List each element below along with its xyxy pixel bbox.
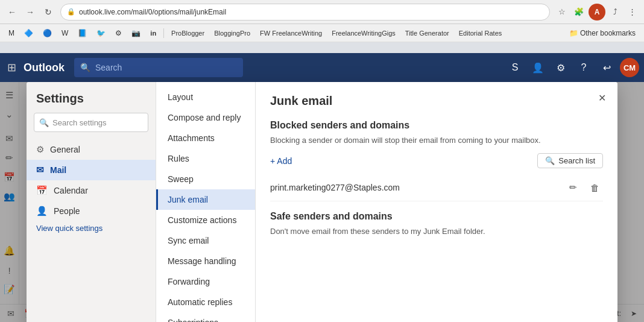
search-settings-input[interactable] bbox=[52, 118, 143, 127]
search-settings-box[interactable]: 🔍 bbox=[34, 113, 148, 132]
linkedin-icon: in bbox=[150, 30, 156, 37]
help-icon[interactable]: ? bbox=[574, 58, 593, 77]
share-icon[interactable]: ⤴ bbox=[608, 5, 622, 19]
settings-left-panel: Settings 🔍 ⚙ General ✉ Mail 📅 Calendar bbox=[27, 82, 156, 322]
instagram-icon: 📷 bbox=[131, 29, 140, 37]
more-options-icon[interactable]: ⋮ bbox=[625, 5, 639, 19]
middle-item-sweep[interactable]: Sweep bbox=[156, 169, 255, 189]
middle-item-sync[interactable]: Sync email bbox=[156, 230, 255, 251]
settings-nav-general[interactable]: ⚙ General bbox=[27, 139, 156, 160]
bookmark-facebook[interactable]: 📘 bbox=[74, 28, 90, 39]
bookmark-titlegenerator[interactable]: Title Generator bbox=[402, 28, 453, 38]
folder-icon: 📁 bbox=[569, 29, 578, 37]
blocked-email-row: print.marketing0277@Staples.com ✏ 🗑 bbox=[270, 174, 603, 201]
bookmark-problogger[interactable]: ProBlogger bbox=[168, 28, 208, 38]
freelancewritinggigs-label: FreelanceWritingGigs bbox=[332, 30, 396, 37]
app-body: ☰ ⌄ ✉ ✏ 📅 👥 🔔 ! 📝 ➤ ✕ Settings 🔍 bbox=[0, 82, 644, 322]
blocked-section-title: Blocked senders and domains bbox=[270, 120, 603, 131]
apps-grid-icon[interactable]: ⊞ bbox=[5, 58, 19, 77]
view-quick-settings-link[interactable]: View quick settings bbox=[27, 221, 156, 235]
browser-action-buttons: ☆ 🧩 A ⤴ ⋮ bbox=[555, 4, 639, 21]
middle-item-attachments[interactable]: Attachments bbox=[156, 128, 255, 148]
bookmark-twitter[interactable]: 🐦 bbox=[93, 28, 109, 39]
settings-middle-panel: Layout Compose and reply Attachments Rul… bbox=[156, 82, 256, 322]
middle-item-autoreplies-label: Automatic replies bbox=[168, 297, 232, 307]
search-list-icon: 🔍 bbox=[545, 156, 555, 165]
wordpress-icon: ⚙ bbox=[115, 29, 122, 37]
middle-item-handling[interactable]: Message handling bbox=[156, 251, 255, 271]
twitter-icon: 🐦 bbox=[96, 29, 106, 37]
bookmarks-bar: M 🔷 🔵 W 📘 🐦 ⚙ 📷 in ProBlogger bbox=[0, 24, 644, 42]
middle-item-autoreplies[interactable]: Automatic replies bbox=[156, 292, 255, 312]
feedback-icon[interactable]: ↩ bbox=[597, 58, 616, 77]
settings-nav-mail-label: Mail bbox=[50, 165, 66, 175]
middle-item-junk[interactable]: Junk email bbox=[156, 189, 255, 210]
middle-item-sync-label: Sync email bbox=[168, 236, 209, 245]
blocked-add-row: + Add 🔍 Search list bbox=[270, 153, 603, 168]
delete-email-button[interactable]: 🗑 bbox=[586, 179, 603, 196]
settings-nav-calendar[interactable]: 📅 Calendar bbox=[27, 180, 156, 201]
middle-item-junk-label: Junk email bbox=[168, 195, 208, 204]
middle-item-customize-label: Customize actions bbox=[168, 215, 236, 225]
refresh-button[interactable]: ↻ bbox=[41, 5, 55, 19]
email-action-buttons: ✏ 🗑 bbox=[564, 179, 603, 196]
bookmark-wordpress[interactable]: ⚙ bbox=[112, 28, 125, 39]
add-blocked-button[interactable]: + Add bbox=[270, 156, 292, 166]
bookmark-freelancewriting[interactable]: FW FreelanceWriting bbox=[256, 28, 326, 38]
middle-item-compose[interactable]: Compose and reply bbox=[156, 107, 255, 128]
bookmark-gmail[interactable]: M bbox=[5, 28, 18, 39]
browser-chrome: ← → ↻ 🔒 outlook.live.com/mail/0/options/… bbox=[0, 0, 644, 53]
middle-item-compose-label: Compose and reply bbox=[168, 113, 241, 122]
forward-button[interactable]: → bbox=[23, 5, 37, 19]
bookmark-item-3[interactable]: 🔵 bbox=[39, 28, 55, 39]
outlook-search-box[interactable]: 🔍 bbox=[74, 58, 243, 77]
url-bar[interactable]: 🔒 outlook.live.com/mail/0/options/mail/j… bbox=[60, 4, 550, 21]
middle-item-rules[interactable]: Rules bbox=[156, 148, 255, 169]
outlook-topbar: ⊞ Outlook 🔍 S 👤 ⚙ ? ↩ CM bbox=[0, 53, 644, 82]
general-icon: ⚙ bbox=[36, 144, 44, 155]
settings-icon[interactable]: ⚙ bbox=[551, 58, 570, 77]
user-profile-icon[interactable]: A bbox=[589, 4, 605, 21]
calendar-icon: 📅 bbox=[36, 185, 48, 196]
user-avatar[interactable]: CM bbox=[620, 58, 639, 77]
search-list-label: Search list bbox=[558, 156, 595, 165]
bookmark-icon[interactable]: ☆ bbox=[555, 5, 569, 19]
other-bookmarks[interactable]: 📁 Other bookmarks bbox=[566, 28, 639, 39]
middle-item-forwarding-label: Forwarding bbox=[168, 277, 210, 286]
outlook-search-input[interactable] bbox=[95, 63, 237, 72]
url-text: outlook.live.com/mail/0/options/mail/jun… bbox=[79, 8, 226, 16]
middle-item-customize[interactable]: Customize actions bbox=[156, 210, 255, 230]
bookmark-linkedin[interactable]: in bbox=[147, 28, 160, 38]
edit-email-button[interactable]: ✏ bbox=[564, 179, 581, 196]
middle-item-layout-label: Layout bbox=[168, 92, 193, 102]
bookmark-freelancewritinggigs[interactable]: FreelanceWritingGigs bbox=[328, 28, 399, 38]
modal-close-button[interactable]: ✕ bbox=[593, 89, 610, 106]
bookmark-wiki[interactable]: W bbox=[58, 28, 72, 39]
bookmark-editorialrates[interactable]: Editorial Rates bbox=[455, 28, 506, 38]
extensions-icon[interactable]: 🧩 bbox=[572, 5, 586, 19]
middle-item-subscriptions[interactable]: Subscriptions bbox=[156, 312, 255, 322]
safe-section-desc: Don't move email from these senders to m… bbox=[270, 227, 603, 236]
settings-nav-mail[interactable]: ✉ Mail bbox=[27, 160, 156, 180]
facebook-icon: 📘 bbox=[78, 29, 87, 37]
people-icon[interactable]: 👤 bbox=[528, 58, 548, 77]
outlook-logo: Outlook bbox=[24, 62, 65, 74]
bookmark-icon-3: 🔵 bbox=[43, 29, 52, 37]
skype-icon[interactable]: S bbox=[505, 58, 525, 77]
back-button[interactable]: ← bbox=[5, 5, 19, 19]
safe-senders-section: Safe senders and domains Don't move emai… bbox=[270, 211, 603, 236]
settings-nav-people[interactable]: 👤 People bbox=[27, 201, 156, 221]
modal-overlay[interactable]: ✕ Settings 🔍 ⚙ General ✉ Mail 📅 bbox=[0, 82, 644, 322]
mail-icon: ✉ bbox=[36, 165, 44, 175]
settings-modal: ✕ Settings 🔍 ⚙ General ✉ Mail 📅 bbox=[27, 82, 617, 322]
bookmark-instagram[interactable]: 📷 bbox=[128, 28, 144, 39]
content-title: Junk email bbox=[270, 94, 603, 108]
people-nav-icon: 👤 bbox=[36, 206, 48, 216]
topbar-icons: S 👤 ⚙ ? ↩ CM bbox=[505, 58, 639, 77]
middle-item-layout[interactable]: Layout bbox=[156, 87, 255, 107]
bookmark-bloggingpro[interactable]: BloggingPro bbox=[210, 28, 254, 38]
bookmark-drive[interactable]: 🔷 bbox=[21, 28, 37, 39]
search-blocked-list-button[interactable]: 🔍 Search list bbox=[537, 153, 603, 168]
bookmarks-divider bbox=[163, 28, 164, 38]
middle-item-forwarding[interactable]: Forwarding bbox=[156, 271, 255, 292]
